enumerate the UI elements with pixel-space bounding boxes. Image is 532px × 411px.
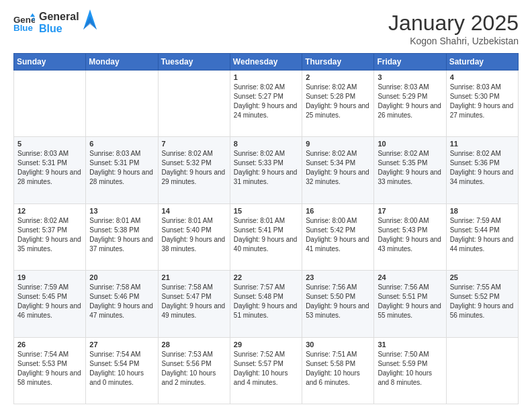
daylight-text: Daylight: 9 hours and 35 minutes. xyxy=(17,236,81,253)
day-number: 5 xyxy=(17,140,82,148)
day-number: 7 xyxy=(162,140,226,148)
sunrise-text: Sunrise: 7:57 AM xyxy=(234,283,285,291)
calendar-cell: 15 Sunrise: 8:01 AM Sunset: 5:41 PM Dayl… xyxy=(230,203,302,270)
cell-content: Sunrise: 8:01 AM Sunset: 5:40 PM Dayligh… xyxy=(162,216,226,254)
cell-content: Sunrise: 8:02 AM Sunset: 5:27 PM Dayligh… xyxy=(234,83,298,120)
cell-content: Sunrise: 8:03 AM Sunset: 5:31 PM Dayligh… xyxy=(17,149,82,187)
cell-content: Sunrise: 7:59 AM Sunset: 5:45 PM Dayligh… xyxy=(17,283,82,320)
calendar-cell: 20 Sunrise: 7:58 AM Sunset: 5:46 PM Dayl… xyxy=(86,271,158,337)
sunrise-text: Sunrise: 8:02 AM xyxy=(306,150,357,157)
calendar-header-tuesday: Tuesday xyxy=(158,54,230,71)
calendar-cell: 11 Sunrise: 8:02 AM Sunset: 5:36 PM Dayl… xyxy=(446,137,518,203)
sunrise-text: Sunrise: 8:01 AM xyxy=(234,217,285,224)
sunrise-text: Sunrise: 8:03 AM xyxy=(378,83,429,91)
day-number: 12 xyxy=(17,207,82,215)
daylight-text: Daylight: 9 hours and 49 minutes. xyxy=(162,302,226,319)
day-number: 1 xyxy=(234,73,298,81)
calendar-cell: 2 Sunrise: 8:02 AM Sunset: 5:28 PM Dayli… xyxy=(302,71,374,137)
cell-content: Sunrise: 8:03 AM Sunset: 5:31 PM Dayligh… xyxy=(89,149,154,187)
daylight-text: Daylight: 10 hours and 8 minutes. xyxy=(378,369,432,386)
cell-content: Sunrise: 7:58 AM Sunset: 5:47 PM Dayligh… xyxy=(162,283,226,320)
day-number: 21 xyxy=(162,273,226,281)
sunrise-text: Sunrise: 8:01 AM xyxy=(89,217,140,224)
daylight-text: Daylight: 9 hours and 47 minutes. xyxy=(89,302,153,319)
calendar-cell: 19 Sunrise: 7:59 AM Sunset: 5:45 PM Dayl… xyxy=(14,271,86,337)
logo: General Blue General Blue xyxy=(13,11,97,34)
sunrise-text: Sunrise: 8:00 AM xyxy=(378,217,429,224)
calendar-cell: 17 Sunrise: 8:00 AM Sunset: 5:43 PM Dayl… xyxy=(374,203,446,270)
calendar-header-row: SundayMondayTuesdayWednesdayThursdayFrid… xyxy=(14,54,519,71)
sunrise-text: Sunrise: 8:03 AM xyxy=(89,150,140,157)
daylight-text: Daylight: 9 hours and 29 minutes. xyxy=(162,169,226,185)
day-number: 29 xyxy=(234,340,298,349)
sunrise-text: Sunrise: 7:58 AM xyxy=(89,283,140,291)
daylight-text: Daylight: 9 hours and 41 minutes. xyxy=(306,236,369,253)
cell-content: Sunrise: 7:54 AM Sunset: 5:53 PM Dayligh… xyxy=(17,350,82,387)
day-number: 17 xyxy=(378,207,442,215)
sunset-text: Sunset: 5:29 PM xyxy=(378,93,427,100)
sunset-text: Sunset: 5:47 PM xyxy=(162,293,212,300)
cell-content: Sunrise: 8:03 AM Sunset: 5:30 PM Dayligh… xyxy=(450,83,515,120)
daylight-text: Daylight: 10 hours and 6 minutes. xyxy=(306,369,360,386)
sunset-text: Sunset: 5:30 PM xyxy=(450,93,500,100)
cell-content: Sunrise: 8:02 AM Sunset: 5:33 PM Dayligh… xyxy=(234,149,298,187)
sunrise-text: Sunrise: 7:56 AM xyxy=(378,283,429,291)
calendar-header-monday: Monday xyxy=(86,54,158,71)
cell-content: Sunrise: 8:02 AM Sunset: 5:35 PM Dayligh… xyxy=(378,149,442,187)
sunrise-text: Sunrise: 8:03 AM xyxy=(17,150,69,157)
day-number: 16 xyxy=(306,207,370,215)
daylight-text: Daylight: 9 hours and 26 minutes. xyxy=(378,102,441,119)
sunrise-text: Sunrise: 8:03 AM xyxy=(450,83,501,91)
sunset-text: Sunset: 5:51 PM xyxy=(378,293,427,300)
cell-content: Sunrise: 8:02 AM Sunset: 5:37 PM Dayligh… xyxy=(17,216,82,254)
calendar-cell: 16 Sunrise: 8:00 AM Sunset: 5:42 PM Dayl… xyxy=(302,203,374,270)
sunrise-text: Sunrise: 8:02 AM xyxy=(17,217,69,224)
calendar-cell: 28 Sunrise: 7:53 AM Sunset: 5:56 PM Dayl… xyxy=(158,337,230,404)
sunset-text: Sunset: 5:33 PM xyxy=(234,159,283,167)
sunset-text: Sunset: 5:42 PM xyxy=(306,226,355,234)
sunrise-text: Sunrise: 7:54 AM xyxy=(89,351,140,358)
daylight-text: Daylight: 9 hours and 27 minutes. xyxy=(450,102,514,119)
sunset-text: Sunset: 5:31 PM xyxy=(17,159,67,167)
sunrise-text: Sunrise: 8:02 AM xyxy=(162,150,213,157)
day-number: 24 xyxy=(378,273,442,281)
month-title: January 2025 xyxy=(388,11,519,36)
day-number: 19 xyxy=(17,273,82,281)
cell-content: Sunrise: 8:01 AM Sunset: 5:38 PM Dayligh… xyxy=(89,216,154,254)
day-number: 2 xyxy=(306,73,370,81)
calendar-cell xyxy=(14,71,86,137)
calendar-week-1: 1 Sunrise: 8:02 AM Sunset: 5:27 PM Dayli… xyxy=(14,71,519,137)
sunrise-text: Sunrise: 7:58 AM xyxy=(162,283,213,291)
sunset-text: Sunset: 5:59 PM xyxy=(378,360,427,367)
sunrise-text: Sunrise: 7:53 AM xyxy=(162,351,213,358)
sunrise-text: Sunrise: 7:52 AM xyxy=(234,351,285,358)
daylight-text: Daylight: 10 hours and 4 minutes. xyxy=(234,369,288,386)
calendar-cell: 10 Sunrise: 8:02 AM Sunset: 5:35 PM Dayl… xyxy=(374,137,446,203)
calendar-cell xyxy=(446,337,518,404)
day-number: 18 xyxy=(450,207,515,215)
location: Kogon Shahri, Uzbekistan xyxy=(388,36,519,46)
daylight-text: Daylight: 9 hours and 28 minutes. xyxy=(17,169,81,185)
sunrise-text: Sunrise: 7:59 AM xyxy=(17,283,69,291)
calendar-cell: 8 Sunrise: 8:02 AM Sunset: 5:33 PM Dayli… xyxy=(230,137,302,203)
calendar-cell: 9 Sunrise: 8:02 AM Sunset: 5:34 PM Dayli… xyxy=(302,137,374,203)
sunset-text: Sunset: 5:45 PM xyxy=(17,293,67,300)
daylight-text: Daylight: 9 hours and 43 minutes. xyxy=(378,236,441,253)
daylight-text: Daylight: 9 hours and 28 minutes. xyxy=(89,169,153,185)
sunset-text: Sunset: 5:31 PM xyxy=(89,159,139,167)
daylight-text: Daylight: 9 hours and 24 minutes. xyxy=(234,102,298,119)
page: General Blue General Blue January 2025 K… xyxy=(0,0,532,411)
daylight-text: Daylight: 9 hours and 37 minutes. xyxy=(89,236,153,253)
calendar-week-4: 19 Sunrise: 7:59 AM Sunset: 5:45 PM Dayl… xyxy=(14,271,519,337)
day-number: 31 xyxy=(378,340,442,349)
logo-icon: General Blue xyxy=(13,12,35,34)
daylight-text: Daylight: 9 hours and 34 minutes. xyxy=(450,169,514,185)
day-number: 6 xyxy=(89,140,154,148)
daylight-text: Daylight: 9 hours and 46 minutes. xyxy=(17,302,81,319)
calendar-week-2: 5 Sunrise: 8:03 AM Sunset: 5:31 PM Dayli… xyxy=(14,137,519,203)
calendar-cell: 25 Sunrise: 7:55 AM Sunset: 5:52 PM Dayl… xyxy=(446,271,518,337)
sunrise-text: Sunrise: 8:02 AM xyxy=(450,150,501,157)
daylight-text: Daylight: 9 hours and 51 minutes. xyxy=(234,302,298,319)
calendar-cell: 5 Sunrise: 8:03 AM Sunset: 5:31 PM Dayli… xyxy=(14,137,86,203)
sunset-text: Sunset: 5:36 PM xyxy=(450,159,500,167)
